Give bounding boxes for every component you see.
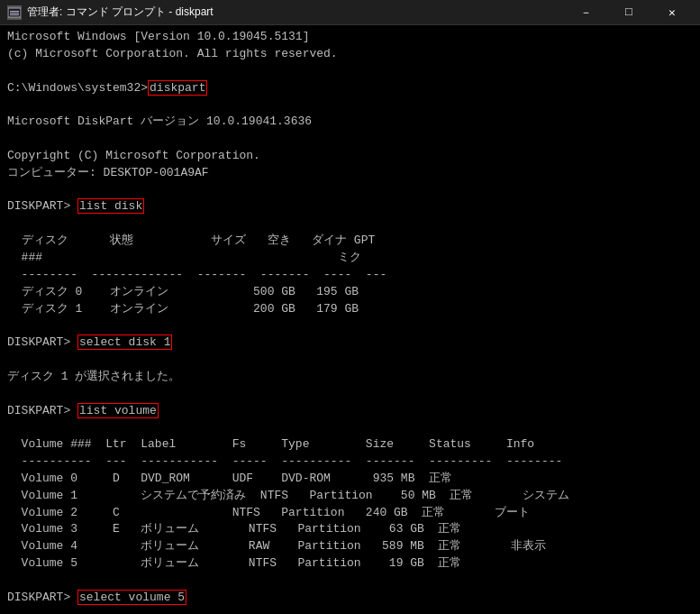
line-volume-sep: ---------- --- ----------- ----- -------…: [7, 454, 693, 471]
line-6: Microsoft DiskPart バージョン 10.0.19041.3636: [7, 114, 693, 131]
cmd-diskpart: diskpart: [148, 80, 207, 96]
line-19: ディスク 1 が選択されました。: [7, 369, 693, 386]
line-23: [7, 573, 693, 590]
line-2: (c) Microsoft Corporation. All rights re…: [7, 46, 693, 63]
line-12: [7, 215, 693, 233]
line-13: ディスク 状態 サイズ 空き ダイナ GPT: [7, 233, 693, 250]
line-4: C:\Windows\system32>diskpart: [7, 80, 693, 97]
line-volume-header: Volume ### Ltr Label Fs Type Size Status…: [7, 436, 693, 454]
line-21: DISKPART> list volume: [7, 403, 693, 420]
title-bar-buttons: － □ ✕: [565, 0, 693, 25]
line-disk1: ディスク 1 オンライン 200 GB 179 GB: [7, 301, 693, 318]
cmd-select-volume: select volume 5: [77, 590, 186, 605]
line-11: DISKPART> list disk: [7, 198, 693, 215]
title-bar-text: 管理者: コマンド プロンプト - diskpart: [27, 5, 565, 20]
svg-rect-1: [10, 11, 19, 12]
cmd-list-volume: list volume: [77, 403, 159, 418]
title-bar: 管理者: コマンド プロンプト - diskpart － □ ✕: [0, 0, 700, 25]
line-1: Microsoft Windows [Version 10.0.19045.51…: [7, 29, 693, 46]
line-17: DISKPART> select disk 1: [7, 334, 693, 352]
close-button[interactable]: ✕: [651, 0, 693, 25]
line-14: ### ミク: [7, 250, 693, 267]
cmd-select-disk: select disk 1: [77, 334, 172, 350]
line-disk0: ディスク 0 オンライン 500 GB 195 GB: [7, 284, 693, 301]
line-22: [7, 419, 693, 436]
line-vol3: Volume 3 E ボリューム NTFS Partition 63 GB 正常: [7, 521, 693, 538]
line-vol1: Volume 1 システムで予約済み NTFS Partition 50 MB …: [7, 488, 693, 505]
line-20: [7, 386, 693, 403]
minimize-button[interactable]: －: [565, 0, 606, 25]
line-7: [7, 131, 693, 148]
line-vol5: Volume 5 ボリューム NTFS Partition 19 GB 正常: [7, 555, 693, 573]
svg-rect-2: [10, 13, 19, 14]
cmd-list-disk: list disk: [77, 198, 144, 214]
line-16: [7, 317, 693, 334]
line-18: [7, 352, 693, 369]
line-8: Copyright (C) Microsoft Corporation.: [7, 148, 693, 165]
line-vol4: Volume 4 ボリューム RAW Partition 589 MB 正常 非…: [7, 538, 693, 555]
line-15: -------- ------------- ------- ------- -…: [7, 267, 693, 284]
line-25: [7, 607, 693, 614]
maximize-button[interactable]: □: [608, 0, 650, 25]
line-24: DISKPART> select volume 5: [7, 590, 693, 607]
line-10: [7, 182, 693, 199]
window-icon: [7, 5, 22, 20]
line-5: [7, 96, 693, 114]
line-3: [7, 63, 693, 80]
line-vol0: Volume 0 D DVD_ROM UDF DVD-ROM 935 MB 正常: [7, 471, 693, 488]
svg-rect-3: [10, 14, 19, 15]
line-vol2: Volume 2 C NTFS Partition 240 GB 正常 ブート: [7, 505, 693, 522]
line-9: コンピューター: DESKTOP-001A9AF: [7, 165, 693, 182]
main-window: 管理者: コマンド プロンプト - diskpart － □ ✕ Microso…: [0, 0, 700, 614]
console-body[interactable]: Microsoft Windows [Version 10.0.19045.51…: [0, 25, 700, 614]
